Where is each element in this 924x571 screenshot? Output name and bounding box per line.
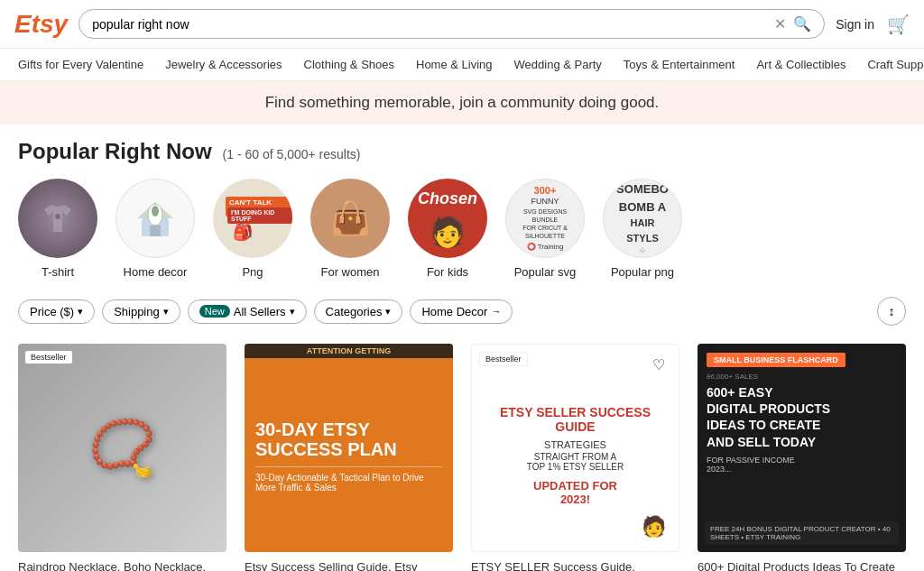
logo[interactable]: Etsy bbox=[14, 10, 68, 39]
home-decor-arrow-icon: → bbox=[491, 306, 501, 317]
category-label-tshirt: T-shirt bbox=[42, 265, 74, 279]
wishlist-icon-seller-guide[interactable]: ♡ bbox=[646, 352, 671, 377]
search-input[interactable] bbox=[92, 17, 767, 32]
nav-item-art[interactable]: Art & Collectibles bbox=[745, 49, 856, 80]
filters-row: Price ($) ▾ Shipping ▾ New All Sellers ▾… bbox=[18, 297, 906, 326]
categories-chevron-icon: ▾ bbox=[385, 306, 391, 318]
product-card-flashcard[interactable]: SMALL BUSINESS FLASHCARD 86,000+ SALES 6… bbox=[698, 344, 906, 571]
product-title-flashcard: 600+ Digital Products Ideas To Create An… bbox=[698, 559, 906, 571]
product-title-success-plan: Etsy Success Selling Guide, Etsy Busines… bbox=[245, 559, 453, 571]
category-label-forwomen: For women bbox=[320, 265, 379, 279]
sort-button[interactable]: ↕ bbox=[877, 297, 906, 326]
clear-icon[interactable]: ✕ bbox=[774, 15, 786, 32]
shipping-filter-button[interactable]: Shipping ▾ bbox=[102, 299, 180, 324]
all-sellers-filter-button[interactable]: New All Sellers ▾ bbox=[188, 299, 307, 324]
product-title-necklace: Raindrop Necklace, Boho Necklace, Bohemi… bbox=[18, 559, 226, 571]
header: Etsy ✕ 🔍 Sign in 🛒 bbox=[0, 0, 924, 49]
product-title-seller-guide: ETSY SELLER Success Guide, Strategies Fo… bbox=[471, 559, 679, 571]
bestseller-badge-necklace: Bestseller bbox=[25, 351, 72, 364]
product-image-seller-guide: ♡ Bestseller ETSY SELLER SUCCESS GUIDE S… bbox=[471, 344, 679, 552]
tshirt-icon bbox=[35, 196, 80, 241]
product-image-necklace: 📿 Bestseller bbox=[18, 344, 226, 552]
category-popularpng[interactable]: SOMEBO BOMB A HAIR STYLS ☺ Popular png bbox=[603, 179, 682, 279]
categories-filter-label: Categories bbox=[326, 305, 383, 318]
nav-item-toys[interactable]: Toys & Entertainment bbox=[613, 49, 746, 80]
home-decor-tag-button[interactable]: Home Decor → bbox=[410, 299, 513, 324]
sellers-chevron-icon: ▾ bbox=[290, 306, 295, 318]
category-forkids[interactable]: Chosen 🧑 For kids bbox=[408, 179, 487, 279]
nav-item-craft[interactable]: Craft Supplies bbox=[856, 49, 924, 80]
category-label-png: Png bbox=[242, 265, 263, 279]
all-sellers-label: All Sellers bbox=[234, 305, 286, 318]
price-filter-button[interactable]: Price ($) ▾ bbox=[18, 299, 95, 324]
category-circle-popularpng: SOMEBO BOMB A HAIR STYLS ☺ bbox=[603, 179, 682, 258]
home-decor-tag-label: Home Decor bbox=[421, 305, 487, 318]
categories-filter-button[interactable]: Categories ▾ bbox=[314, 299, 403, 324]
category-circle-forwomen: 👜 bbox=[310, 179, 390, 258]
categories-row: T-shirt Home decor CAN'T TALK RIGHT NOW … bbox=[18, 179, 906, 279]
product-image-flashcard: SMALL BUSINESS FLASHCARD 86,000+ SALES 6… bbox=[698, 344, 906, 552]
category-tshirt[interactable]: T-shirt bbox=[18, 179, 97, 279]
svg-rect-3 bbox=[150, 226, 161, 236]
nav-item-home[interactable]: Home & Living bbox=[405, 49, 504, 80]
header-right: Sign in 🛒 bbox=[836, 14, 910, 35]
category-label-popularpng: Popular png bbox=[611, 265, 674, 279]
search-icon[interactable]: 🔍 bbox=[793, 15, 811, 32]
category-circle-homedecor bbox=[116, 179, 195, 258]
price-filter-label: Price ($) bbox=[30, 305, 74, 318]
nav-bar: Gifts for Every Valentine Jewelry & Acce… bbox=[0, 49, 924, 81]
category-homedecor[interactable]: Home decor bbox=[116, 179, 195, 279]
svg-point-5 bbox=[152, 206, 159, 216]
category-label-popularsvg: Popular svg bbox=[514, 265, 577, 279]
category-circle-forkids: Chosen 🧑 bbox=[408, 179, 487, 258]
nav-item-wedding[interactable]: Wedding & Party bbox=[504, 49, 613, 80]
products-grid: 📿 Bestseller Raindrop Necklace, Boho Nec… bbox=[18, 344, 906, 571]
nav-item-gifts-valentine[interactable]: Gifts for Every Valentine bbox=[7, 49, 154, 80]
nav-item-jewelry[interactable]: Jewelry & Accessories bbox=[154, 49, 292, 80]
shipping-chevron-icon: ▾ bbox=[163, 306, 169, 318]
page-title: Popular Right Now bbox=[18, 139, 212, 163]
shipping-filter-label: Shipping bbox=[114, 305, 160, 318]
homedecor-icon bbox=[128, 191, 182, 245]
cart-icon[interactable]: 🛒 bbox=[887, 14, 910, 35]
product-image-success-plan: ATTENTION GETTING 30-DAY ETSY SUCCESS PL… bbox=[245, 344, 453, 552]
new-badge: New bbox=[199, 305, 230, 318]
product-card-necklace[interactable]: 📿 Bestseller Raindrop Necklace, Boho Nec… bbox=[18, 344, 226, 571]
category-png[interactable]: CAN'T TALK RIGHT NOW I'M DOING KID STUFF… bbox=[213, 179, 292, 279]
main-content: Popular Right Now (1 - 60 of 5,000+ resu… bbox=[0, 124, 924, 571]
search-bar: ✕ 🔍 bbox=[79, 9, 825, 39]
category-circle-png: CAN'T TALK RIGHT NOW I'M DOING KID STUFF… bbox=[213, 179, 292, 258]
category-forwomen[interactable]: 👜 For women bbox=[310, 179, 390, 279]
nav-item-clothing[interactable]: Clothing & Shoes bbox=[293, 49, 405, 80]
svg-point-0 bbox=[55, 214, 60, 219]
sign-in-link[interactable]: Sign in bbox=[836, 17, 874, 32]
category-label-homedecor: Home decor bbox=[124, 265, 188, 279]
banner: Find something memorable, join a communi… bbox=[0, 81, 924, 124]
price-chevron-icon: ▾ bbox=[78, 306, 83, 318]
product-card-success-plan[interactable]: ATTENTION GETTING 30-DAY ETSY SUCCESS PL… bbox=[245, 344, 453, 571]
category-popularsvg[interactable]: 300+ FUNNY SVG DESIGNS BUNDLE FOR CRICUT… bbox=[505, 179, 585, 279]
results-count: (1 - 60 of 5,000+ results) bbox=[223, 147, 361, 161]
product-card-seller-guide[interactable]: ♡ Bestseller ETSY SELLER SUCCESS GUIDE S… bbox=[471, 344, 679, 571]
category-circle-popularsvg: 300+ FUNNY SVG DESIGNS BUNDLE FOR CRICUT… bbox=[505, 179, 585, 258]
category-circle-tshirt bbox=[18, 179, 97, 258]
category-label-forkids: For kids bbox=[427, 265, 468, 279]
